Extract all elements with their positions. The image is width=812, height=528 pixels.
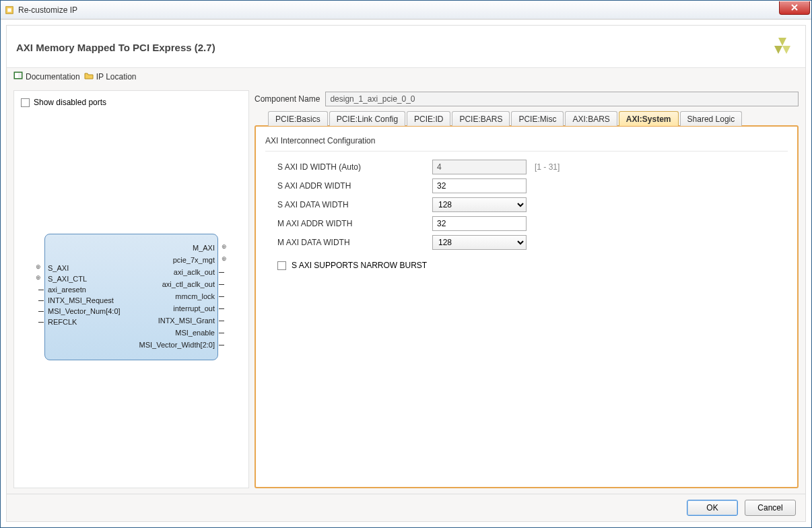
book-icon [13,71,23,82]
pin-icon [219,296,224,297]
tab-shared-logic[interactable]: Shared Logic [680,111,743,126]
page-title: AXI Memory Mapped To PCI Express (2.7) [16,42,769,53]
content-area: AXI Memory Mapped To PCI Express (2.7) D… [6,25,806,522]
input-s-axi-id-width[interactable] [432,160,527,174]
port-refclk: REFCLK [48,318,77,326]
port-axi-ctl-aclk-out: axi_ctl_aclk_out [162,280,215,288]
label-m-axi-addr-width: M AXI ADDR WIDTH [277,219,432,228]
label-s-axi-data-width: S AXI DATA WIDTH [277,200,432,209]
row-narrow-burst[interactable]: S AXI SUPPORTS NARROW BURST [265,261,788,270]
pin-icon [219,345,224,345]
cancel-button[interactable]: Cancel [745,500,796,516]
footer: OK Cancel [7,494,805,521]
tab-pane-axi-system: AXI Interconnect Configuration S AXI ID … [255,125,799,488]
component-name-label: Component Name [255,94,320,104]
row-s-axi-addr-width: S AXI ADDR WIDTH [265,178,788,193]
left-panel: Show disabled ports ⊕ S_AXI ⊕ S_AXI_CTL … [13,90,249,488]
show-disabled-checkbox[interactable] [21,98,30,107]
pin-icon [219,308,224,309]
vivado-logo-icon [769,34,796,61]
expand-icon[interactable]: ⊕ [222,244,227,250]
svg-rect-6 [15,73,18,78]
pin-icon [219,272,224,273]
port-msi-vector-num: MSI_Vector_Num[4:0] [48,307,121,315]
svg-marker-4 [782,46,790,54]
hint-s-axi-id-width: [1 - 31] [535,162,560,172]
ip-location-label: IP Location [96,72,137,81]
ok-button[interactable]: OK [687,500,738,516]
pin-icon [219,321,224,321]
tab-pcie-misc[interactable]: PCIE:Misc [511,111,564,126]
port-intx-msi-request: INTX_MSI_Request [48,296,114,304]
right-panel: Component Name PCIE:Basics PCIE:Link Con… [255,90,799,488]
group-title: AXI Interconnect Configuration [265,133,788,152]
port-axi-aclk-out: axi_aclk_out [174,268,215,276]
label-s-axi-id-width: S AXI ID WIDTH (Auto) [277,162,432,172]
select-s-axi-data-width[interactable]: 128 [432,197,527,212]
narrow-burst-label: S AXI SUPPORTS NARROW BURST [292,261,427,270]
pin-icon [219,333,224,333]
tabs-row: PCIE:Basics PCIE:Link Config PCIE:ID PCI… [255,110,799,125]
port-mmcm-lock: mmcm_lock [175,292,215,300]
documentation-label: Documentation [26,72,80,81]
expand-icon[interactable]: ⊕ [222,256,227,262]
tab-pcie-link-config[interactable]: PCIE:Link Config [329,111,405,126]
tab-pcie-id[interactable]: PCIE:ID [407,111,450,126]
label-s-axi-addr-width: S AXI ADDR WIDTH [277,181,432,191]
close-button[interactable] [779,1,810,15]
tab-axi-bars[interactable]: AXI:BARS [565,111,617,126]
port-interrupt-out: interrupt_out [173,304,215,312]
documentation-link[interactable]: Documentation [13,71,80,82]
row-s-axi-data-width: S AXI DATA WIDTH 128 [265,197,788,212]
dialog-window: Re-customize IP AXI Memory Mapped To PCI… [0,0,812,528]
svg-marker-2 [778,38,786,46]
svg-rect-7 [18,73,22,78]
row-m-axi-data-width: M AXI DATA WIDTH 128 [265,235,788,250]
port-msi-enable: MSI_enable [175,329,215,337]
row-m-axi-addr-width: M AXI ADDR WIDTH [265,216,788,231]
port-axi-aresetn: axi_aresetn [48,286,86,294]
expand-icon[interactable]: ⊕ [36,264,41,270]
svg-rect-1 [7,8,11,11]
ip-block: ⊕ S_AXI ⊕ S_AXI_CTL axi_aresetn INTX_MSI… [44,234,218,360]
folder-icon [84,71,94,82]
titlebar: Re-customize IP [1,1,811,20]
svg-marker-3 [774,46,782,54]
pin-icon [219,284,224,285]
component-name-input[interactable] [325,92,799,106]
expand-icon[interactable]: ⊕ [36,275,41,281]
pin-icon [38,300,44,301]
tab-axi-system[interactable]: AXI:System [619,111,679,126]
narrow-burst-checkbox[interactable] [277,261,286,270]
pin-icon [38,290,44,290]
ip-icon [5,5,14,15]
input-m-axi-addr-width[interactable] [432,216,527,231]
ip-preview-area: ⊕ S_AXI ⊕ S_AXI_CTL axi_aresetn INTX_MSI… [18,110,244,484]
pin-icon [38,311,44,312]
ip-location-link[interactable]: IP Location [84,71,137,82]
tab-pcie-basics[interactable]: PCIE:Basics [268,111,328,126]
pin-icon [38,322,44,323]
select-m-axi-data-width[interactable]: 128 [432,235,527,250]
label-m-axi-data-width: M AXI DATA WIDTH [277,238,432,247]
tab-pcie-bars[interactable]: PCIE:BARS [452,111,510,126]
port-intx-msi-grant: INTX_MSI_Grant [158,317,215,325]
show-disabled-label: Show disabled ports [34,98,106,107]
main-area: Show disabled ports ⊕ S_AXI ⊕ S_AXI_CTL … [7,85,805,494]
port-msi-vector-width: MSI_Vector_Width[2:0] [139,341,215,349]
window-title: Re-customize IP [18,5,779,15]
row-s-axi-id-width: S AXI ID WIDTH (Auto) [1 - 31] [265,160,788,174]
port-m-axi: M_AXI [193,244,215,252]
toolbar: Documentation IP Location [7,68,805,85]
show-disabled-row[interactable]: Show disabled ports [18,95,244,110]
port-pcie-7x-mgt: pcie_7x_mgt [173,256,215,264]
port-s-axi-ctl: S_AXI_CTL [48,275,87,283]
input-s-axi-addr-width[interactable] [432,178,527,193]
component-name-row: Component Name [255,90,799,110]
header-row: AXI Memory Mapped To PCI Express (2.7) [7,26,805,68]
port-s-axi: S_AXI [48,264,69,272]
